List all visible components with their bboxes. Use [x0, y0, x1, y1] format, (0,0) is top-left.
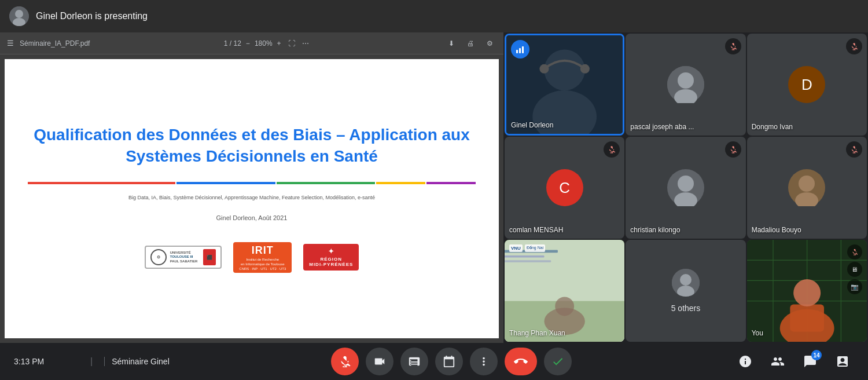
participant-mute-icon: [846, 38, 862, 54]
camera-button[interactable]: [366, 348, 393, 375]
participant-tile[interactable]: C comlan MENSAH: [505, 137, 624, 239]
vnu-logos: VNU Đồng Nai: [509, 244, 545, 252]
hangup-button[interactable]: [505, 348, 537, 375]
svg-point-12: [678, 72, 694, 89]
svg-point-15: [678, 176, 694, 192]
presentation-area: ☰ Séminaire_IA_PDF.pdf 1 / 12 − 180% + ⛶…: [0, 32, 503, 343]
participant-tile[interactable]: Ginel Dorleon: [505, 34, 624, 136]
meeting-info-button[interactable]: [734, 350, 757, 373]
participant-tile-others[interactable]: 5 others: [626, 240, 745, 342]
pdf-download-icon[interactable]: ⬇: [448, 39, 454, 48]
participant-avatar: [667, 66, 704, 103]
participant-avatar: [667, 169, 704, 206]
presenter-label: Ginel Dorleon is presenting: [36, 11, 148, 21]
activities-more-button[interactable]: [831, 350, 854, 373]
participant-tile[interactable]: D Dongmo Ivan: [747, 34, 867, 136]
pdf-settings-icon[interactable]: ⚙: [487, 39, 493, 48]
participant-mute-icon: [846, 141, 862, 158]
participant-avatar: D: [788, 66, 825, 103]
logo-region: ✦ RÉGION MIDI-PYRÉNÉES: [303, 244, 359, 271]
pdf-options-icon[interactable]: ⋯: [300, 39, 311, 48]
mute-button[interactable]: [331, 348, 359, 375]
svg-point-18: [799, 176, 815, 192]
participant-tile[interactable]: VNU Đồng Nai Thang Phan Xuan: [505, 240, 624, 342]
top-bar: Ginel Dorleon is presenting: [0, 0, 868, 32]
participant-name: comlan MENSAH: [509, 226, 620, 234]
cc-button[interactable]: [400, 348, 428, 375]
chat-badge: 14: [811, 350, 822, 360]
participant-tile[interactable]: Madaliou Bouyo: [747, 137, 867, 239]
pdf-page-info: 1 / 12 − 180% + ⛶ ⋯: [224, 39, 311, 48]
participant-avatar: [788, 169, 825, 206]
logo-irit: IRIT Institut de Recherche en Informatiq…: [233, 242, 292, 273]
pdf-zoom-level: 180%: [255, 39, 273, 48]
svg-rect-38: [790, 304, 824, 331]
svg-point-4: [544, 50, 584, 90]
svg-rect-23: [505, 255, 544, 258]
participant-name: Dongmo Ivan: [752, 123, 862, 131]
slide-logos: ⊙ UNIVERSITÉ TOULOUSE III PAUL SABATIER …: [145, 242, 359, 273]
slide-divider: [28, 182, 476, 184]
logo-ut3: ⊙ UNIVERSITÉ TOULOUSE III PAUL SABATIER …: [145, 246, 222, 269]
svg-point-28: [680, 274, 692, 286]
controls-center: [170, 348, 734, 375]
slide-content: Qualification des Données et des Biais –…: [5, 59, 499, 338]
people-button[interactable]: [766, 350, 789, 373]
participant-mute-icon: [725, 38, 741, 54]
slide-keywords: Big Data, IA, Biais, Système Décisionnel…: [128, 195, 375, 200]
participant-mute-icon: [604, 141, 620, 158]
pdf-zoom-minus[interactable]: −: [244, 39, 252, 48]
thang-video-bg: [505, 240, 624, 342]
pdf-expand-icon[interactable]: ⛶: [286, 39, 297, 48]
activities-button[interactable]: [544, 348, 572, 375]
slide-author: Ginel Dorleon, Août 2021: [216, 214, 288, 221]
separator: |: [90, 356, 93, 367]
pdf-filename: Séminaire_IA_PDF.pdf: [20, 39, 90, 48]
pdf-zoom-plus[interactable]: +: [275, 39, 284, 48]
others-center: 5 others: [671, 269, 701, 313]
chat-button[interactable]: 14: [799, 350, 822, 373]
main-content: ☰ Séminaire_IA_PDF.pdf 1 / 12 − 180% + ⛶…: [0, 32, 868, 343]
pdf-slide: Qualification des Données et des Biais –…: [5, 59, 499, 338]
slide-title: Qualification des Données et des Biais –…: [28, 125, 476, 167]
ginel-activity-icon: [511, 40, 529, 59]
pdf-print-icon[interactable]: 🖨: [467, 39, 474, 48]
others-count-label: 5 others: [671, 304, 701, 313]
participant-name: Thang Phan Xuan: [509, 329, 620, 337]
bottom-bar: 3:13 PM | Séminaire Ginel: [0, 343, 868, 380]
svg-point-39: [793, 279, 821, 306]
participant-name: pascal joseph aba ...: [630, 123, 741, 131]
svg-rect-9: [519, 48, 521, 53]
svg-point-1: [15, 10, 23, 18]
pdf-menu-icon[interactable]: ☰: [7, 39, 14, 48]
participant-avatar: C: [546, 169, 583, 206]
svg-rect-8: [516, 50, 518, 53]
you-mute-icon: [847, 244, 862, 260]
participant-tile[interactable]: pascal joseph aba ...: [626, 34, 745, 136]
controls-right: 14: [734, 350, 854, 373]
participant-name: You: [752, 329, 862, 337]
you-camera-icon: 📷: [847, 279, 862, 294]
participant-tile-you[interactable]: 🖥 📷 You: [747, 240, 867, 342]
svg-point-26: [555, 297, 574, 316]
participant-name: Madaliou Bouyo: [752, 226, 862, 234]
meeting-name: Séminaire Ginel: [104, 357, 170, 366]
participant-mute-icon: [725, 141, 741, 158]
participant-name: Ginel Dorleon: [511, 121, 618, 129]
participant-name: christian kilongo: [630, 226, 741, 234]
presenter-avatar: [9, 6, 29, 26]
participants-panel: Ginel Dorleon pascal joseph aba ... D: [503, 32, 868, 343]
svg-rect-10: [522, 46, 524, 53]
present-button[interactable]: [435, 348, 463, 375]
you-tile-icons: 🖥 📷: [847, 244, 862, 294]
participant-tile[interactable]: christian kilongo: [626, 137, 745, 239]
svg-rect-24: [505, 260, 551, 262]
time-display: 3:13 PM: [14, 357, 83, 366]
you-screen-icon: 🖥: [847, 262, 862, 277]
pdf-toolbar: ☰ Séminaire_IA_PDF.pdf 1 / 12 − 180% + ⛶…: [0, 32, 503, 54]
more-options-button[interactable]: [470, 348, 498, 375]
